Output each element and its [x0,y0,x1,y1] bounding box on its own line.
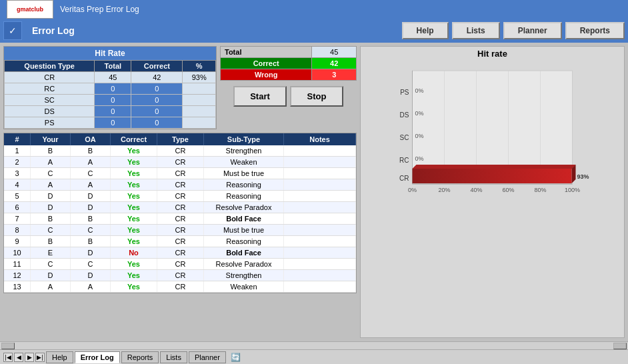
table-row[interactable]: 5 D D Yes CR Reasoning [4,191,356,202]
cell-correct: Yes [111,213,157,224]
cell-oa: B [71,236,111,247]
grid-header: # Your OA Correct Type Sub-Type Notes [4,133,356,145]
table-row[interactable]: 6 D D Yes CR Resolve Paradox [4,202,356,213]
svg-text:SC: SC [400,134,409,141]
cell-subtype: Weaken [204,281,284,292]
cell-your: C [31,168,71,179]
cell-notes [284,225,356,235]
tab-prev-btn[interactable]: ◀ [14,353,23,362]
cell-subtype: Strengthen [204,270,284,281]
data-grid: # Your OA Correct Type Sub-Type Notes 1 … [3,133,357,293]
tab-planner[interactable]: Planner [189,351,226,363]
tab-next-btn[interactable]: ▶ [25,353,34,362]
cell-type: CR [157,145,204,156]
table-row[interactable]: 12 D D Yes CR Strengthen [4,270,356,281]
tab-last-btn[interactable]: ▶| [35,353,45,362]
table-row[interactable]: 2 A A Yes CR Weaken [4,157,356,168]
help-button[interactable]: Help [402,22,449,39]
cell-num: 11 [4,259,31,269]
cell-your: B [31,236,71,247]
lists-button[interactable]: Lists [452,22,500,39]
svg-rect-21 [413,169,572,183]
cell-oa: C [71,225,111,235]
cell-subtype: Must be true [204,225,284,235]
cell-type: CR [157,202,204,213]
error-log-icon: ✓ [3,21,22,40]
reports-button[interactable]: Reports [565,22,625,39]
cell-correct: Yes [111,225,157,235]
cell-subtype: Must be true [204,168,284,179]
tab-help[interactable]: Help [46,351,73,363]
cell-your: D [31,191,71,201]
start-button[interactable]: Start [233,86,287,107]
left-panel: Hit Rate Question Type Total Correct % C… [3,46,357,338]
cell-your: C [31,259,71,269]
cell-oa: A [71,281,111,292]
hr-type: SC [5,95,95,106]
cell-num: 1 [4,145,31,156]
hit-rate-header: Hit Rate [4,47,216,60]
scroll-right-btn[interactable] [613,343,627,349]
table-row[interactable]: 8 C C Yes CR Must be true [4,225,356,236]
table-row[interactable]: 10 E D No CR Bold Face [4,247,356,259]
svg-text:100%: 100% [565,187,580,193]
hr-total: 0 [95,95,131,106]
table-row[interactable]: 11 C C Yes CR Resolve Paradox [4,259,356,270]
cell-your: D [31,270,71,281]
hr-type: DS [5,106,95,117]
tab-first-btn[interactable]: |◀ [3,353,13,362]
window-title: Veritas Prep Error Log [60,5,139,14]
table-row[interactable]: 7 B B Yes CR Bold Face [4,213,356,225]
scroll-bar[interactable] [0,341,628,349]
cell-notes [284,179,356,190]
cell-notes [284,247,356,258]
tab-sheet-icon[interactable]: 🔄 [231,353,241,362]
hr-correct: 0 [131,117,183,129]
cell-correct: Yes [111,259,157,269]
col-correct: Correct [131,61,183,72]
cell-notes [284,259,356,269]
table-row[interactable]: 3 C C Yes CR Must be true [4,168,356,179]
tab-reports[interactable]: Reports [121,351,159,363]
cell-correct: Yes [111,270,157,281]
cell-num: 6 [4,202,31,213]
cell-your: D [31,202,71,213]
scroll-left-btn[interactable] [1,343,15,349]
grid-col-notes: Notes [284,133,356,145]
hr-pct [183,117,216,129]
table-row[interactable]: 13 A A Yes CR Weaken [4,281,356,293]
svg-text:RC: RC [399,157,409,164]
planner-button[interactable]: Planner [503,22,562,39]
cell-type: CR [157,225,204,235]
cell-subtype: Resolve Paradox [204,202,284,213]
tab-lists[interactable]: Lists [160,351,187,363]
cell-your: C [31,225,71,235]
cell-notes [284,236,356,247]
tab-error-log[interactable]: Error Log [75,351,120,363]
cell-correct: Yes [111,281,157,292]
cell-correct: Yes [111,236,157,247]
grid-col-oa: OA [71,133,111,145]
cell-type: CR [157,191,204,201]
table-row[interactable]: 9 B B Yes CR Reasoning [4,236,356,247]
cell-num: 3 [4,168,31,179]
stop-button[interactable]: Stop [290,86,343,107]
cell-num: 4 [4,179,31,190]
cell-oa: B [71,145,111,156]
cell-your: A [31,179,71,190]
chart-title: Hit rate [361,47,624,61]
grid-col-your: Your [31,133,71,145]
cell-oa: D [71,247,111,258]
svg-text:60%: 60% [502,187,514,193]
cell-notes [284,213,356,224]
table-row[interactable]: 4 A A Yes CR Reasoning [4,179,356,191]
cell-num: 10 [4,247,31,258]
col-pct: % [183,61,216,72]
hr-type: PS [5,117,95,129]
title-bar: gmatclub Veritas Prep Error Log [0,0,628,19]
svg-text:0%: 0% [408,187,417,193]
cell-type: CR [157,179,204,190]
table-row[interactable]: 1 B B Yes CR Strengthen [4,145,356,157]
cell-subtype: Bold Face [204,247,284,258]
cell-num: 12 [4,270,31,281]
